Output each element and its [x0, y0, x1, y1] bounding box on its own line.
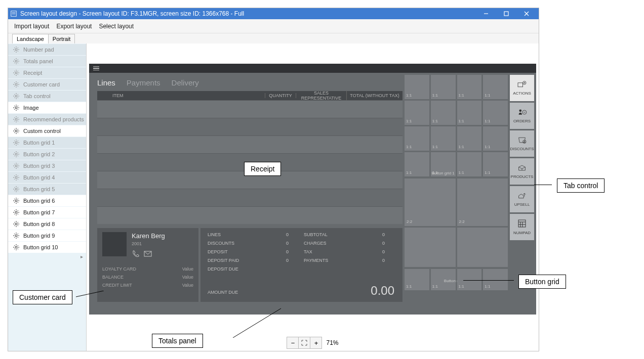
customer-card[interactable]: Karen Berg 2001: [97, 228, 198, 302]
sidebar-item[interactable]: Button grid 2: [8, 148, 86, 160]
zoom-in-button[interactable]: +: [310, 337, 322, 349]
grid-cell[interactable]: 1:1: [483, 152, 508, 176]
sidebar-item[interactable]: Button grid 8: [8, 218, 86, 230]
sidebar-item[interactable]: Button grid 1: [8, 137, 86, 148]
receipt-row[interactable]: [97, 136, 402, 153]
receipt-panel[interactable]: ITEM QUANTITY SALES REPRESENTATIVE TOTAL…: [97, 91, 402, 224]
receipt-row[interactable]: [97, 189, 402, 206]
grid-cell[interactable]: 1:1: [483, 126, 508, 151]
grid-cell[interactable]: 1:1: [457, 152, 482, 176]
sidebar-item[interactable]: Button grid 3: [8, 160, 86, 171]
menu-import[interactable]: Import layout: [14, 23, 49, 30]
tab-control[interactable]: ACTIONSORDERS%DISCOUNTSPRODUCTSUPSELLNUM…: [510, 75, 534, 312]
gear-icon: [13, 209, 19, 215]
tab-numpad[interactable]: NUMPAD: [510, 214, 534, 240]
svg-point-12: [15, 107, 17, 109]
totals-value: 0: [286, 249, 289, 254]
svg-point-11: [15, 95, 17, 97]
close-button[interactable]: [516, 8, 537, 19]
tab-portrait[interactable]: Portrait: [48, 34, 75, 43]
tab-actions[interactable]: ACTIONS: [510, 75, 534, 101]
menu-export[interactable]: Export layout: [56, 23, 92, 30]
grid-cell[interactable]: 1:1: [457, 101, 482, 125]
sidebar-item[interactable]: Button grid 9: [8, 230, 86, 241]
pos-tab-payments[interactable]: Payments: [127, 78, 160, 87]
pos-topbar: [89, 64, 536, 73]
grid-cell[interactable]: 1:1: [431, 101, 456, 125]
grid-cell[interactable]: 1:1Button grid 1: [431, 152, 456, 176]
sidebar-item[interactable]: Customer card: [8, 78, 86, 90]
email-icon[interactable]: [144, 250, 152, 259]
button-grid-1[interactable]: 1:11:11:11:11:11:11:11:11:11:11:11:11:11…: [405, 75, 508, 176]
grid-cell[interactable]: 1:1: [483, 269, 508, 290]
sidebar-item[interactable]: Button grid 6: [8, 195, 86, 206]
grid-cell[interactable]: 1:1: [457, 126, 482, 151]
totals-label: DEPOSIT PAID: [208, 258, 239, 263]
svg-point-7: [15, 49, 17, 51]
sidebar-item[interactable]: Receipt: [8, 67, 86, 78]
grid-cell[interactable]: 1:1: [405, 152, 429, 176]
sidebar-item[interactable]: Custom control: [8, 125, 86, 137]
sidebar-expand-icon[interactable]: ▸: [8, 253, 86, 260]
grid-cell[interactable]: 1:1: [431, 75, 456, 99]
sidebar-item[interactable]: Image: [8, 102, 86, 113]
grid-cell[interactable]: 1:1: [405, 269, 429, 290]
totals-panel[interactable]: LINES0DISCOUNTS0DEPOSIT0DEPOSIT PAID0DEP…: [200, 228, 402, 302]
pos-tab-lines[interactable]: Lines: [97, 78, 115, 87]
grid-cell[interactable]: 1:1: [405, 75, 429, 99]
totals-value: 0: [286, 232, 289, 237]
gear-icon: [13, 93, 19, 99]
sidebar-item[interactable]: Number pad: [8, 43, 86, 55]
menu-select[interactable]: Select layout: [99, 23, 134, 30]
maximize-button[interactable]: [496, 8, 516, 19]
sidebar-item-label: Number pad: [23, 47, 54, 53]
receipt-row[interactable]: [97, 100, 402, 118]
grid-cell[interactable]: 1:1: [431, 126, 456, 151]
zoom-out-button[interactable]: −: [287, 337, 299, 349]
grid-cell[interactable]: 1:1: [457, 269, 482, 290]
sidebar-item[interactable]: Recommended products: [8, 113, 86, 125]
grid-cell[interactable]: 1:1: [405, 126, 429, 151]
phone-icon[interactable]: [132, 250, 140, 259]
grid-cell[interactable]: 1:1Button grid 5: [431, 269, 456, 290]
minimize-button[interactable]: [476, 8, 496, 19]
tab-label: DISCOUNTS: [510, 147, 534, 151]
pos-surface[interactable]: Lines Payments Delivery ITEM QUANTITY SA…: [89, 64, 536, 315]
receipt-header: ITEM QUANTITY SALES REPRESENTATIVE TOTAL…: [97, 91, 402, 100]
tab-orders[interactable]: ORDERS: [510, 103, 534, 129]
receipt-row[interactable]: [97, 206, 402, 224]
sidebar-item-label: Button grid 9: [23, 233, 55, 239]
sidebar-item[interactable]: Button grid 10: [8, 241, 86, 253]
zoom-fit-button[interactable]: [298, 337, 310, 349]
button-grid-5[interactable]: 1:11:1Button grid 51:11:1: [405, 269, 508, 290]
sidebar-item[interactable]: Totals panel: [8, 55, 86, 67]
hamburger-icon[interactable]: [93, 66, 99, 71]
receipt-row[interactable]: [97, 171, 402, 189]
tab-upsell[interactable]: UPSELL: [510, 186, 534, 212]
grid-cell[interactable]: 2:2: [457, 178, 508, 226]
pos-tabs: Lines Payments Delivery: [97, 76, 402, 89]
tab-discounts[interactable]: %DISCOUNTS: [510, 130, 534, 157]
svg-point-28: [519, 109, 521, 112]
gear-icon: [13, 58, 19, 64]
grid-cell[interactable]: [405, 228, 456, 267]
receipt-row[interactable]: [97, 153, 402, 171]
canvas-area: Lines Payments Delivery ITEM QUANTITY SA…: [87, 43, 539, 351]
sidebar-item[interactable]: Button grid 7: [8, 206, 86, 218]
gear-icon: [13, 221, 19, 227]
tab-products[interactable]: PRODUCTS: [510, 158, 534, 185]
grid-cell[interactable]: 1:1: [457, 75, 482, 99]
totals-value: 0: [286, 258, 289, 263]
receipt-row[interactable]: [97, 118, 402, 136]
tab-landscape[interactable]: Landscape: [12, 34, 49, 43]
sidebar-item[interactable]: Tab control: [8, 90, 86, 102]
sidebar-item[interactable]: Button grid 5: [8, 183, 86, 195]
grid-cell[interactable]: 1:1: [405, 101, 429, 125]
grid-cell[interactable]: 2:2: [405, 178, 456, 226]
grid-cell[interactable]: [457, 228, 508, 267]
pos-tab-delivery[interactable]: Delivery: [172, 78, 199, 87]
grid-cell[interactable]: 1:1: [483, 101, 508, 125]
grid-cell[interactable]: 1:1: [483, 75, 508, 99]
button-grid-2x2[interactable]: 2:22:2: [405, 178, 508, 267]
sidebar-item[interactable]: Button grid 4: [8, 171, 86, 183]
